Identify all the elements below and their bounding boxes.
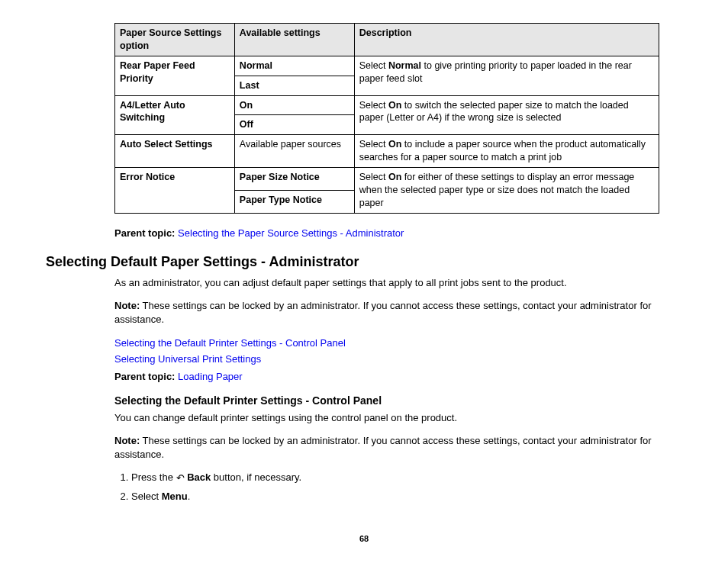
setting-cell: Paper Size Notice: [234, 168, 354, 191]
setting-cell: Normal: [234, 56, 354, 76]
col-header-description: Description: [354, 24, 659, 56]
heading-default-paper-settings: Selecting Default Paper Settings - Admin…: [46, 254, 682, 270]
step-1: Press the ↶ Back button, if necessary.: [131, 471, 682, 485]
option-cell: A4/Letter Auto Switching: [115, 95, 235, 135]
parent-topic-2: Parent topic: Loading Paper: [114, 371, 682, 382]
back-icon: ↶: [176, 471, 185, 485]
note-paragraph-2: Note: These settings can be locked by an…: [114, 434, 682, 462]
heading-default-printer-control-panel: Selecting the Default Printer Settings -…: [114, 394, 682, 407]
link-default-printer-settings[interactable]: Selecting the Default Printer Settings -…: [114, 337, 346, 349]
col-header-settings: Available settings: [234, 24, 354, 56]
setting-cell: On: [234, 95, 354, 115]
steps-list: Press the ↶ Back button, if necessary. S…: [114, 471, 682, 503]
desc-cell: Select Normal to give printing priority …: [354, 56, 659, 95]
setting-cell: Off: [234, 115, 354, 135]
intro-paragraph: As an administrator, you can adjust defa…: [114, 276, 682, 290]
parent-topic-link-2[interactable]: Loading Paper: [178, 371, 243, 382]
intro-paragraph-2: You can change default printer settings …: [114, 411, 682, 425]
setting-cell: Last: [234, 76, 354, 95]
note-paragraph-1: Note: These settings can be locked by an…: [114, 299, 682, 327]
parent-topic-1: Parent topic: Selecting the Paper Source…: [114, 227, 682, 239]
option-cell: Auto Select Settings: [115, 135, 235, 168]
option-cell: Error Notice: [115, 168, 235, 214]
link-universal-print-settings[interactable]: Selecting Universal Print Settings: [114, 353, 261, 365]
desc-cell: Select On for either of these settings t…: [354, 168, 659, 214]
step-2: Select Menu.: [131, 490, 682, 503]
col-header-option: Paper Source Settings option: [115, 24, 235, 56]
parent-topic-link-1[interactable]: Selecting the Paper Source Settings - Ad…: [178, 227, 404, 239]
desc-cell: Select On to switch the selected paper s…: [354, 95, 659, 135]
settings-table: Paper Source Settings option Available s…: [114, 23, 659, 214]
setting-cell: Available paper sources: [234, 135, 354, 168]
setting-cell: Paper Type Notice: [234, 190, 354, 213]
page-number: 68: [46, 534, 682, 543]
desc-cell: Select On to include a paper source when…: [354, 135, 659, 168]
option-cell: Rear Paper Feed Priority: [115, 56, 235, 95]
